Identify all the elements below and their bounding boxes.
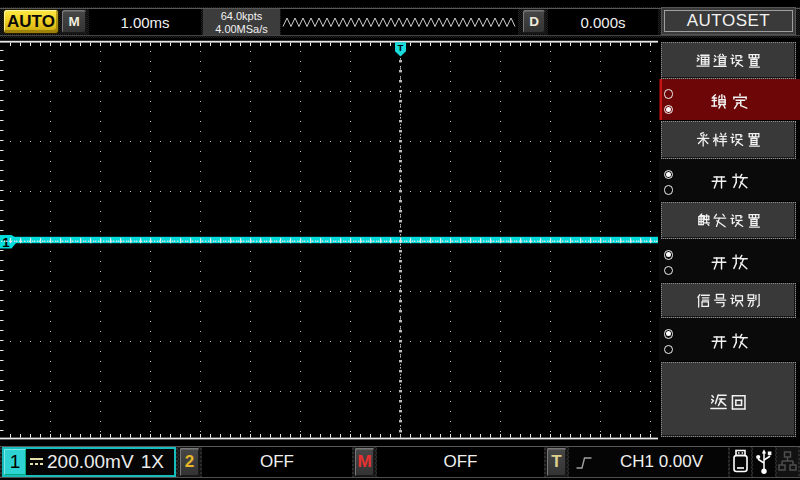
svg-text:1: 1 <box>2 235 10 250</box>
svg-text:T: T <box>398 42 404 53</box>
